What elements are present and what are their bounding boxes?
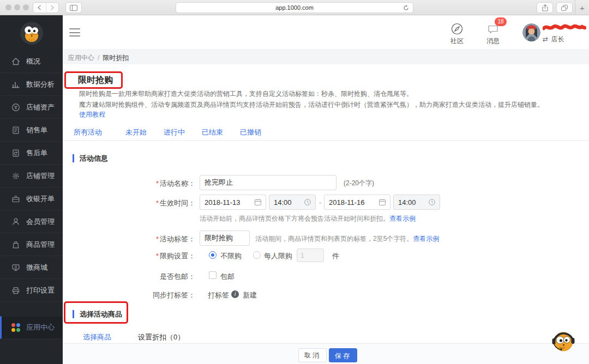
tab-ended[interactable]: 已结束: [202, 128, 223, 137]
breadcrumb-current: 限时折扣: [103, 54, 129, 62]
radio-per-user-label[interactable]: 每人限购: [264, 251, 292, 261]
tab-in-progress[interactable]: 进行中: [164, 128, 185, 137]
field-label-time: *生效时间：: [64, 198, 195, 208]
tag-note: 活动期间，商品详情页和列表页的标签，2至5个字符。查看示例: [255, 234, 439, 244]
tabs-overview-button[interactable]: [556, 2, 573, 13]
main-content: 限时抢购 限时抢购是一款用来帮助商家打造大促类活动的营销工具，支持自定义活动标签…: [63, 64, 589, 343]
sidebar-item-label: 数据分析: [26, 80, 55, 89]
sidebar: 概况 数据分析 店铺资产 销售单 售后单 店铺管理: [0, 15, 63, 364]
sidebar-item-products[interactable]: 商品管理: [0, 233, 63, 256]
radio-per-user-limit[interactable]: [253, 251, 261, 259]
forward-button[interactable]: [46, 3, 59, 13]
start-date-picker[interactable]: 2018-11-13: [200, 195, 266, 210]
back-button[interactable]: [33, 3, 46, 13]
end-time-value: 14:00: [398, 198, 416, 207]
browser-nav-group: [33, 2, 59, 13]
breadcrumb: 应用中心/限时折扣: [68, 53, 129, 63]
sidebar-item-after-sales[interactable]: 售后单: [0, 142, 63, 165]
sidebar-item-label: 销售单: [26, 125, 47, 135]
field-label-shipping: 是否包邮：: [64, 272, 195, 282]
radio-unlimited[interactable]: [209, 251, 217, 259]
end-date-value: 2018-11-16: [329, 198, 365, 207]
sidebar-item-label: 会员管理: [26, 217, 55, 227]
hamburger-menu-button[interactable]: [69, 28, 80, 37]
free-shipping-checkbox[interactable]: [209, 271, 217, 279]
sidebar-toggle-button[interactable]: [65, 2, 82, 13]
sidebar-item-analytics[interactable]: 数据分析: [0, 73, 63, 96]
share-icon: [542, 4, 548, 11]
sidebar-item-members[interactable]: 会员管理: [0, 210, 63, 233]
sidebar-item-label: 微商城: [26, 263, 47, 272]
info-icon[interactable]: i: [231, 290, 239, 298]
print-icon: [11, 286, 20, 295]
tag-example-link[interactable]: 查看示例: [413, 235, 439, 242]
tag-new-link[interactable]: 新建: [243, 290, 257, 300]
sidebar-item-assets[interactable]: 店铺资产: [0, 96, 63, 119]
sidebar-menu: 概况 数据分析 店铺资产 销售单 售后单 店铺管理: [0, 50, 63, 339]
new-tab-button[interactable]: +: [575, 0, 589, 15]
address-bar[interactable]: app.1000.com: [176, 2, 413, 13]
end-time-picker[interactable]: 14:00: [393, 195, 440, 210]
activity-tag-input[interactable]: [200, 230, 250, 246]
sidebar-item-cashier[interactable]: 收银开单: [0, 187, 63, 210]
save-button[interactable]: 保存: [329, 348, 357, 362]
assets-icon: [11, 103, 20, 112]
start-time-value: 14:00: [274, 198, 292, 207]
app-window: app.1000.com +: [0, 0, 589, 364]
window-minimize-button[interactable]: [14, 4, 20, 10]
messages-label: 消息: [481, 37, 505, 46]
sidebar-item-micro-mall[interactable]: 微商城: [0, 256, 63, 279]
sidebar-item-app-center[interactable]: 应用中心: [0, 316, 63, 339]
sidebar-item-store-manage[interactable]: 店铺管理: [0, 165, 63, 187]
tag-sync-link[interactable]: 打标签: [208, 290, 229, 300]
window-zoom-button[interactable]: [23, 4, 29, 10]
start-time-picker[interactable]: 14:00: [269, 195, 316, 210]
tutorial-link[interactable]: 使用教程: [79, 110, 105, 119]
sidebar-item-label: 店铺资产: [26, 102, 55, 112]
name-length-hint: (2-20个字): [344, 179, 374, 188]
field-label-tag-sync: 同步打标签：: [64, 290, 195, 300]
sidebar-item-print-settings[interactable]: 打印设置: [0, 279, 63, 302]
sidebar-item-label: 收银开单: [26, 194, 55, 204]
sidebar-item-label: 售后单: [26, 148, 47, 158]
chevron-left-icon: [37, 5, 41, 10]
free-shipping-label[interactable]: 包邮: [220, 272, 235, 282]
browser-toolbar: app.1000.com +: [0, 0, 589, 15]
window-close-button[interactable]: [5, 4, 11, 10]
home-icon: [11, 57, 20, 66]
redacted-username-scribble: [543, 23, 586, 32]
radio-unlimited-label[interactable]: 不限购: [220, 251, 242, 261]
member-icon: [11, 217, 20, 226]
field-label-name: *活动名称：: [64, 179, 195, 189]
tab-select-products[interactable]: 选择商品: [83, 332, 111, 342]
cancel-button[interactable]: 取消: [298, 348, 327, 362]
clock-icon: [429, 199, 435, 205]
sidebar-item-label: 商品管理: [26, 240, 55, 250]
field-label-limit: *限购设置：: [64, 251, 195, 261]
community-button[interactable]: 社区: [445, 23, 469, 46]
refresh-icon[interactable]: [403, 5, 409, 11]
sidebar-item-label: 店铺管理: [26, 171, 55, 181]
share-button[interactable]: [537, 2, 553, 13]
url-text: app.1000.com: [275, 4, 314, 11]
sidebar-item-overview[interactable]: 概况: [0, 50, 63, 73]
role-switcher[interactable]: ⇄ 店长: [543, 35, 564, 44]
messages-button[interactable]: 18 消息: [481, 23, 505, 46]
tab-set-discount[interactable]: 设置折扣（0）: [138, 332, 184, 342]
support-mascot-owl[interactable]: [549, 326, 578, 355]
section-activity-info: 活动信息: [73, 154, 108, 162]
sidebar-item-sales-orders[interactable]: 销售单: [0, 119, 63, 142]
end-date-picker[interactable]: 2018-11-16: [324, 195, 390, 210]
time-example-link[interactable]: 查看示例: [389, 215, 416, 222]
tab-not-started[interactable]: 未开始: [125, 128, 147, 137]
activity-name-input[interactable]: [200, 175, 336, 190]
limit-quantity-input[interactable]: [297, 248, 324, 262]
tab-revoked[interactable]: 已撤销: [240, 128, 261, 137]
avatar[interactable]: [522, 23, 540, 41]
breadcrumb-parent[interactable]: 应用中心: [68, 54, 94, 62]
sidebar-item-label: 概况: [26, 57, 40, 66]
micro-mall-icon: [11, 263, 20, 272]
after-sales-icon: [11, 149, 20, 157]
tab-all-activities[interactable]: 所有活动: [74, 128, 102, 137]
calendar-icon: [255, 199, 261, 205]
